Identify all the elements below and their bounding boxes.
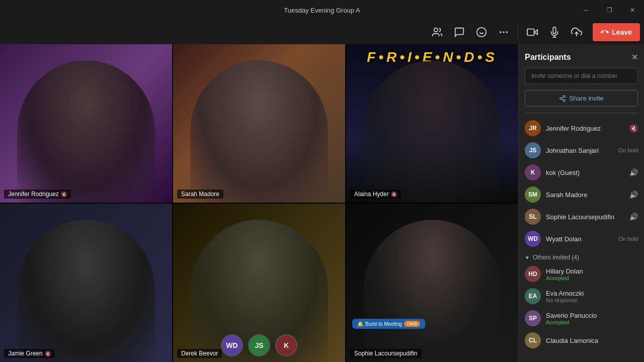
participant-name: Saverio Panuccio [546, 312, 638, 319]
participant-avatar: JS [525, 142, 541, 158]
panel-divider [525, 113, 638, 113]
restore-button[interactable]: ❐ [598, 0, 621, 20]
notification-banner: 🔔 Burst to Meeting OMB [352, 319, 425, 329]
person-silhouette [363, 60, 501, 203]
avatar-wd[interactable]: WD [221, 334, 243, 356]
participant-name-label: Sarah Madore [177, 190, 223, 199]
audio-status-icon: 🔊 [629, 213, 638, 221]
participant-info: Claudia Lamonica [546, 337, 638, 344]
svg-point-5 [503, 31, 505, 33]
invited-item[interactable]: CL Claudia Lamonica [519, 329, 644, 351]
reactions-button[interactable] [471, 22, 492, 42]
participant-item[interactable]: JR Jennifer Rodriguez 🔇 [519, 117, 644, 139]
video-tile-alaina[interactable]: F•R•I•E•N•D•S Alaina Hyder 🔇 [346, 44, 518, 203]
participant-name: Sarah Madore [546, 191, 624, 199]
participant-status: Accepted [546, 275, 638, 281]
video-tile-sarah[interactable]: Sarah Madore [173, 44, 345, 203]
notification-area: 🔔 Burst to Meeting OMB [346, 316, 518, 332]
participant-name-label: Alaina Hyder 🔇 [350, 190, 401, 199]
participant-avatar: SM [525, 187, 541, 203]
svg-line-15 [561, 99, 564, 100]
participant-name-label: Jennifer Rodriguez 🔇 [4, 190, 71, 199]
participant-avatar: K [525, 164, 541, 180]
participant-info: Eva Arnoczki No response [546, 290, 638, 303]
participant-status: On hold [618, 147, 638, 153]
participants-list: JR Jennifer Rodriguez 🔇 JS Johnathan San… [519, 115, 644, 362]
notification-badge: OMB [404, 321, 421, 327]
share-button[interactable] [567, 22, 587, 42]
toolbar: Leave [0, 20, 644, 44]
participant-status: No response [546, 297, 638, 303]
avatar-k[interactable]: K [275, 334, 297, 356]
participant-name: Eva Arnoczki [546, 290, 638, 297]
participant-name: Johnathan Sanjari [546, 147, 613, 154]
svg-line-16 [561, 97, 564, 98]
participant-item[interactable]: SM Sarah Madore 🔊 [519, 184, 644, 206]
participant-avatar: CL [525, 332, 541, 348]
participant-status: On hold [618, 236, 638, 242]
svg-point-13 [560, 98, 562, 100]
invite-input[interactable] [525, 68, 638, 84]
share-invite-label: Share invite [569, 95, 604, 102]
participant-name: kok (Guest) [546, 169, 624, 176]
participants-panel: Participants ✕ Share invite JR Jennifer … [518, 44, 644, 362]
mute-icon: 🔇 [61, 192, 67, 197]
participant-item[interactable]: WD Wyatt Dolan On hold [519, 228, 644, 250]
invited-item[interactable]: HD Hillary Dolan Accepted [519, 263, 644, 285]
invited-item[interactable]: SP Saverio Panuccio Accepted [519, 307, 644, 329]
minimize-button[interactable]: ─ [575, 0, 598, 20]
panel-close-button[interactable]: ✕ [631, 52, 638, 62]
svg-point-14 [564, 100, 566, 102]
participant-info: Wyatt Dolan [546, 235, 613, 243]
participant-avatar: WD [525, 231, 541, 247]
participants-button[interactable] [427, 22, 447, 42]
svg-point-0 [434, 28, 438, 32]
leave-label: Leave [612, 28, 632, 36]
mic-button[interactable] [544, 22, 565, 42]
others-label: Others invited (4) [533, 254, 579, 261]
notification-text: Burst to Meeting [365, 321, 402, 327]
mute-icon: 🔇 [391, 192, 397, 197]
svg-point-12 [564, 96, 566, 98]
audio-status-icon: 🔊 [629, 168, 638, 176]
chevron-icon: ▼ [525, 255, 530, 260]
share-invite-button[interactable]: Share invite [525, 90, 638, 107]
more-button[interactable] [494, 22, 514, 42]
participant-info: Johnathan Sanjari [546, 147, 613, 154]
participant-name: Wyatt Dolan [546, 235, 613, 243]
participant-item[interactable]: K kok (Guest) 🔊 [519, 161, 644, 184]
svg-point-4 [500, 31, 502, 33]
video-tile-jennifer[interactable]: Jennifer Rodriguez 🔇 [0, 44, 172, 203]
participant-avatar: HD [525, 266, 541, 282]
avatar-bar: WD JS K [0, 333, 518, 358]
participant-avatar: SP [525, 310, 541, 326]
video-grid: Jennifer Rodriguez 🔇 Sarah Madore F•R•I•… [0, 44, 518, 362]
person-silhouette [190, 60, 328, 203]
participant-info: Hillary Dolan Accepted [546, 267, 638, 281]
window-controls: ─ ❐ ✕ [575, 0, 644, 20]
avatar-js[interactable]: JS [248, 334, 270, 356]
participant-name: Hillary Dolan [546, 267, 638, 275]
invited-item[interactable]: EA Eva Arnoczki No response [519, 285, 644, 307]
mute-status-icon: 🔇 [629, 124, 638, 132]
participant-name: Jennifer Rodriguez [546, 125, 624, 132]
participant-item[interactable]: JS Johnathan Sanjari On hold [519, 139, 644, 161]
camera-button[interactable] [522, 22, 542, 42]
svg-point-6 [506, 31, 508, 33]
chat-button[interactable] [449, 22, 469, 42]
participant-item[interactable]: SL Sophie Lacoursepudifin 🔊 [519, 206, 644, 228]
participant-status: Accepted [546, 319, 638, 325]
leave-button[interactable]: Leave [593, 23, 640, 41]
close-button[interactable]: ✕ [621, 0, 644, 20]
participant-avatar: JR [525, 120, 541, 136]
invite-input-wrap [519, 66, 644, 88]
participant-name: Claudia Lamonica [546, 337, 638, 344]
window-title: Tuesday Evening Group A [284, 7, 360, 14]
svg-marker-7 [534, 30, 537, 34]
titlebar: Tuesday Evening Group A ─ ❐ ✕ [0, 0, 644, 20]
person-silhouette [17, 60, 155, 203]
participant-avatar: SL [525, 209, 541, 225]
others-invited-header[interactable]: ▼ Others invited (4) [519, 250, 644, 263]
participant-name: Sophie Lacoursepudifin [546, 213, 624, 221]
panel-header: Participants ✕ [519, 44, 644, 66]
